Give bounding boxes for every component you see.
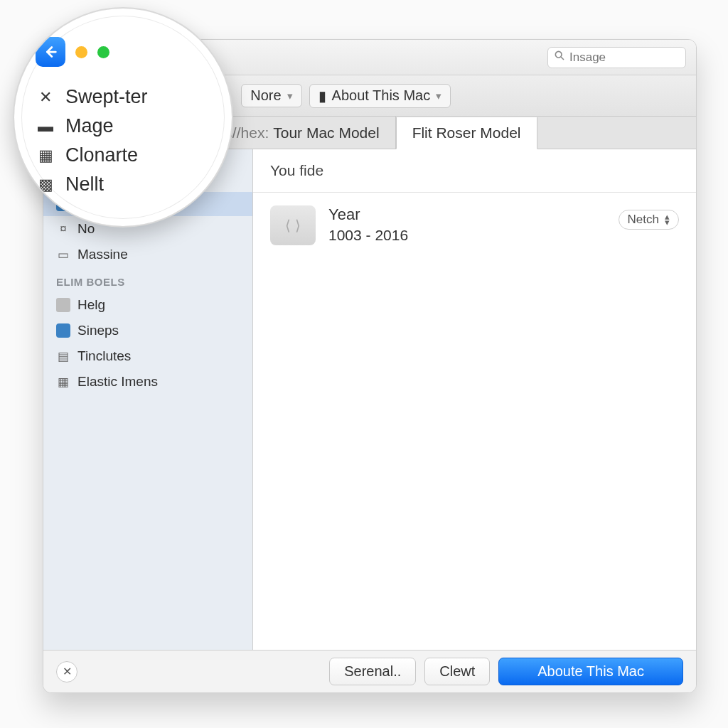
display-icon: ▭ — [56, 247, 70, 262]
menu-item-label: Clonarte — [65, 144, 138, 166]
sidebar-item-label: Tinclutes — [77, 348, 131, 364]
sidebar-item-massine[interactable]: ▭ Massine — [43, 242, 252, 267]
sidebar-item-elastic[interactable]: ▦ Elastic Imens — [43, 369, 252, 395]
chevron-down-icon: ▾ — [436, 90, 441, 102]
tab-tour-model-label: Tour Mac Model — [273, 124, 379, 141]
menu-item-label: Mage — [65, 115, 114, 137]
card-icon: ▬ — [36, 117, 55, 136]
back-button[interactable] — [36, 37, 65, 67]
app-icon — [56, 323, 70, 338]
close-button[interactable]: ✕ — [56, 661, 77, 682]
sidebar-item-sineps[interactable]: Sineps — [43, 318, 252, 343]
sidebar-item-label: Sineps — [77, 323, 119, 338]
menu-item-swept-ter[interactable]: ✕ Swept-ter — [36, 82, 215, 112]
sidebar-item-label: Massine — [77, 247, 128, 262]
minimize-dot[interactable] — [75, 46, 87, 58]
magnifier-overlay: ✕ Swept-ter ▬ Mage ▦ Clonarte ▩ Nellt — [13, 7, 233, 228]
sort-dropdown[interactable]: Netch ▴▾ — [619, 210, 679, 230]
sidebar-list-b: Helg Sineps ▤ Tinclutes ▦ Elastic Imens — [43, 292, 252, 395]
item-title: Year — [328, 205, 408, 224]
grid-icon: ▦ — [36, 146, 55, 165]
content-body: ⟨ ⟩ Year 1003 - 2016 Netch ▴▾ — [253, 193, 696, 258]
menu-item-label: Swept-ter — [65, 86, 148, 108]
magnifier-menu: ✕ Swept-ter ▬ Mage ▦ Clonarte ▩ Nellt — [36, 82, 215, 199]
zoom-dot[interactable] — [97, 46, 109, 58]
bottom-bar: ✕ Serenal.. Clewt Aboute This Mac — [43, 650, 696, 692]
tab-flit-roser[interactable]: Flit Roser Model — [396, 117, 537, 149]
toolbar-dropdown-about-label: About This Mac — [332, 87, 431, 104]
item-subtitle: 1003 - 2016 — [328, 227, 408, 244]
content-header: You fide — [253, 149, 696, 193]
search-icon — [554, 50, 565, 65]
layers-icon: ▩ — [36, 176, 55, 194]
sidebar-item-tinclutes[interactable]: ▤ Tinclutes — [43, 343, 252, 369]
book-icon: ▮ — [318, 87, 326, 105]
serenal-button[interactable]: Serenal.. — [329, 658, 416, 685]
search-input[interactable] — [569, 50, 680, 65]
sidebar-group-label: ELIM BOELS — [43, 267, 252, 292]
chevron-down-icon: ▾ — [287, 90, 293, 102]
sort-dropdown-label: Netch — [628, 213, 659, 227]
menu-item-label: Nellt — [65, 173, 104, 196]
about-this-mac-button[interactable]: Aboute This Mac — [498, 658, 683, 685]
stepper-icon: ▴▾ — [665, 214, 670, 225]
magnifier-content: ✕ Swept-ter ▬ Mage ▦ Clonarte ▩ Nellt — [14, 9, 232, 199]
content: You fide ⟨ ⟩ Year 1003 - 2016 Netch ▴▾ — [253, 149, 696, 650]
sidebar-item-label: Elastic Imens — [77, 374, 158, 390]
toolbar-dropdown-nore[interactable]: Nore ▾ — [241, 84, 301, 107]
asterisk-icon: ✕ — [36, 88, 55, 107]
close-icon: ✕ — [63, 665, 72, 678]
drive-icon: ▤ — [56, 349, 70, 363]
sidebar-item-label: No — [77, 221, 95, 237]
search-field[interactable] — [547, 47, 686, 68]
link-icon: ¤ — [56, 222, 70, 236]
toolbar-dropdown-nore-label: Nore — [250, 87, 281, 104]
svg-line-1 — [561, 57, 564, 60]
menu-item-mage[interactable]: ▬ Mage — [36, 112, 215, 141]
item-info: Year 1003 - 2016 — [328, 205, 408, 244]
tab-flit-roser-label: Flit Roser Model — [412, 124, 521, 141]
sidebar-item-label: Helg — [77, 297, 105, 313]
toolbar-dropdown-about[interactable]: ▮ About This Mac ▾ — [309, 84, 451, 108]
magnifier-top-row — [36, 37, 215, 67]
chip-icon: ▦ — [56, 375, 70, 389]
menu-item-clonarte[interactable]: ▦ Clonarte — [36, 141, 215, 170]
menu-item-nellt[interactable]: ▩ Nellt — [36, 170, 215, 199]
clewt-button[interactable]: Clewt — [424, 658, 490, 685]
hdd-icon — [56, 298, 70, 312]
svg-point-0 — [555, 51, 562, 58]
sidebar-item-helg[interactable]: Helg — [43, 292, 252, 318]
item-thumbnail: ⟨ ⟩ — [270, 205, 316, 245]
